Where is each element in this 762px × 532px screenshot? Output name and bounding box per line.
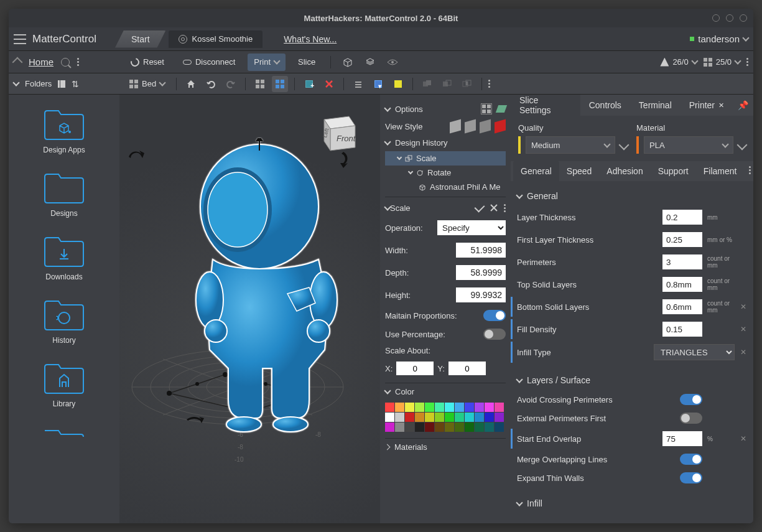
group-general[interactable]: General [517,186,747,206]
reset-icon[interactable]: ✕ [740,434,747,443]
color-swatch[interactable] [485,403,494,412]
color-swatch[interactable] [475,422,484,432]
cancel-icon[interactable] [490,204,498,212]
subtract-icon[interactable] [439,76,455,92]
setting-input[interactable] [662,431,702,446]
home-icon[interactable] [183,76,199,92]
up-icon[interactable] [12,57,23,67]
color-swatch[interactable] [485,422,494,432]
color-swatch[interactable] [385,403,394,412]
materials-header[interactable]: Materials [385,438,506,455]
redo-icon[interactable] [223,76,239,92]
undo-icon[interactable] [203,76,219,92]
history-header[interactable]: Design History [385,134,506,151]
color-swatch[interactable] [475,413,484,422]
sort-icon[interactable]: ⇅ [72,79,79,89]
tab-printer[interactable]: Printer✕ [681,95,733,116]
material-select[interactable]: PLA [644,136,733,154]
align-icon[interactable] [350,76,366,92]
overflow-icon[interactable] [749,166,751,176]
bed-dropdown[interactable]: Bed [124,76,170,92]
delete-item-icon[interactable] [321,76,337,92]
tree-node-rotate[interactable]: Rotate [385,166,506,180]
print-button[interactable]: Print [248,54,286,71]
color-swatch[interactable] [455,422,464,432]
subtab-adhesion[interactable]: Adhesion [599,161,650,181]
tab-printer[interactable]: Kossel Smoothie [169,30,263,48]
tab-controls[interactable]: Controls [580,95,630,116]
orientation-cube[interactable]: FrontLeft [312,107,361,157]
move-down-icon[interactable]: ▼ [370,76,386,92]
color-swatch[interactable] [405,403,414,412]
color-header[interactable]: Color [385,383,506,400]
setting-input[interactable] [662,232,702,247]
apply-icon[interactable] [475,202,485,213]
search-icon[interactable] [61,58,70,67]
color-swatch[interactable] [485,413,494,422]
subtab-filament[interactable]: Filament [696,161,745,181]
tab-slice-settings[interactable]: Slice Settings [511,95,580,116]
color-swatch[interactable] [495,403,504,412]
color-swatch[interactable] [425,403,434,412]
close-button[interactable] [740,14,747,22]
reset-icon[interactable]: ✕ [740,348,747,357]
color-swatch[interactable] [405,413,414,422]
highlight-icon[interactable] [390,76,406,92]
pin-icon[interactable]: 📌 [733,100,753,110]
color-swatch[interactable] [405,422,414,432]
bed-icon[interactable] [496,105,507,113]
grid-icon[interactable] [481,103,492,114]
shade-mode-icon[interactable] [465,119,476,134]
3d-viewport[interactable]: -2-4 -6-8 -6-8 -10 [119,95,380,523]
color-swatch[interactable] [445,413,454,422]
color-swatch[interactable] [465,403,474,412]
color-swatch[interactable] [435,413,444,422]
whats-new-link[interactable]: What's New... [284,34,337,44]
shade-mode-icon[interactable] [495,119,506,134]
rotate-handle-icon[interactable] [123,144,147,169]
setting-input[interactable] [662,210,702,225]
color-swatch[interactable] [425,422,434,432]
tab-start[interactable]: Start [115,30,166,48]
color-swatch[interactable] [435,422,444,432]
setting-input[interactable] [662,254,702,269]
disconnect-button[interactable]: Disconnect [177,54,241,71]
slice-button[interactable]: Slice [292,54,322,71]
color-swatch[interactable] [385,422,394,432]
scale-panel-header[interactable]: Scale [385,200,506,217]
rotate-handle-icon[interactable] [182,412,207,431]
home-link[interactable]: Home [29,57,53,67]
edit-icon[interactable] [619,140,630,151]
color-swatch[interactable] [425,413,434,422]
subtab-support[interactable]: Support [651,161,696,181]
sidebar-item-designs[interactable]: Designs [9,164,119,228]
color-swatch[interactable] [465,422,474,432]
group-layers[interactable]: Layers / Surface [517,370,747,390]
tree-node-scale[interactable]: Scale [385,151,506,166]
quality-select[interactable]: Medium [526,136,615,154]
chevron-down-icon[interactable] [12,79,19,86]
color-swatch[interactable] [465,413,474,422]
setting-toggle[interactable] [680,454,702,465]
color-swatch[interactable] [395,422,404,432]
overflow-icon[interactable] [488,80,490,88]
scale-y-input[interactable] [448,362,486,375]
tree-node-model[interactable]: Astronaut Phil A Me [385,180,506,194]
reset-icon[interactable]: ✕ [740,325,747,334]
color-swatch[interactable] [415,413,424,422]
overflow-icon[interactable] [746,58,748,66]
sidebar-item-downloads[interactable]: Downloads [9,228,119,291]
maintain-proportions-toggle[interactable] [483,310,506,321]
setting-input[interactable] [662,277,702,292]
close-icon[interactable]: ✕ [718,101,724,110]
subtab-speed[interactable]: Speed [559,161,599,181]
view-quad-icon[interactable] [272,76,288,92]
setting-input[interactable] [662,299,702,314]
color-swatch[interactable] [385,413,394,422]
group-infill[interactable]: Infill [517,493,747,513]
sidebar-item-library[interactable]: Library [9,355,119,418]
use-percentage-toggle[interactable] [483,329,506,340]
setting-toggle[interactable] [680,472,702,483]
menu-icon[interactable] [14,34,26,44]
color-swatch[interactable] [495,422,504,432]
